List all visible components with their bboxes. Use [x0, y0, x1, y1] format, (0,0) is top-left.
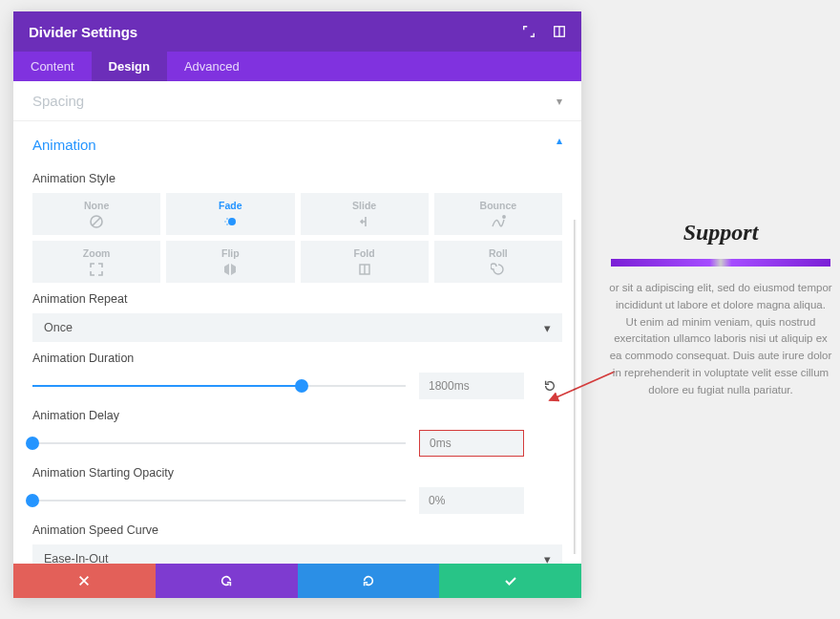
section-spacing[interactable]: Spacing ▾: [13, 81, 581, 121]
animation-style-grid: NoneFadeSlideBounceZoomFlipFoldRoll: [32, 193, 562, 283]
fade-icon: [222, 214, 238, 229]
roll-icon: [491, 262, 506, 277]
style-label: Bounce: [480, 200, 517, 211]
style-label: Slide: [352, 200, 376, 211]
fold-icon: [357, 262, 372, 277]
animation-delay-label: Animation Delay: [32, 409, 562, 422]
animation-curve-value: Ease-In-Out: [44, 552, 108, 564]
slider-thumb[interactable]: [26, 437, 39, 450]
style-label: Roll: [489, 247, 508, 259]
svg-point-4: [228, 218, 236, 225]
chevron-down-icon: ▾: [556, 95, 562, 108]
panel-header: Divider Settings: [13, 11, 581, 52]
delay-slider[interactable]: [32, 442, 406, 444]
animation-duration-label: Animation Duration: [32, 352, 562, 365]
section-animation-title: Animation: [13, 121, 116, 159]
tab-design[interactable]: Design: [92, 52, 167, 81]
svg-point-7: [226, 224, 228, 225]
style-tile-bounce[interactable]: Bounce: [434, 193, 562, 235]
slider-thumb[interactable]: [26, 494, 39, 507]
style-tile-slide[interactable]: Slide: [301, 193, 429, 235]
divider-preview: [611, 259, 830, 267]
panel-body: Spacing ▾ Animation ▴ Animation Style No…: [13, 81, 581, 564]
slide-icon: [357, 214, 372, 229]
panel-footer: [13, 564, 581, 598]
flip-icon: [222, 262, 238, 277]
svg-point-8: [503, 215, 505, 217]
reset-icon[interactable]: [537, 379, 562, 393]
tab-bar: Content Design Advanced: [13, 52, 581, 81]
chevron-down-icon: ▾: [544, 552, 551, 565]
style-label: Fade: [219, 200, 242, 211]
slider-thumb[interactable]: [295, 379, 308, 393]
tab-advanced[interactable]: Advanced: [167, 52, 257, 81]
svg-point-6: [224, 221, 226, 223]
animation-curve-label: Animation Speed Curve: [32, 523, 562, 537]
chevron-down-icon: ▾: [544, 321, 551, 335]
animation-repeat-value: Once: [44, 321, 73, 334]
style-label: Zoom: [83, 247, 111, 259]
zoom-icon: [89, 262, 104, 277]
style-label: None: [84, 200, 109, 211]
animation-repeat-label: Animation Repeat: [32, 292, 562, 306]
duration-slider[interactable]: [32, 385, 406, 387]
panel-snap-icon[interactable]: [553, 25, 566, 38]
chevron-up-icon: ▴: [556, 134, 562, 147]
page-shadow: [574, 220, 577, 554]
animation-repeat-select[interactable]: Once ▾: [32, 313, 562, 342]
redo-button[interactable]: [298, 564, 440, 598]
style-label: Flip: [221, 247, 240, 259]
duration-value[interactable]: 1800ms: [419, 373, 524, 399]
svg-point-5: [226, 218, 228, 220]
style-tile-roll[interactable]: Roll: [434, 241, 562, 283]
tab-content[interactable]: Content: [13, 52, 92, 81]
animation-style-label: Animation Style: [32, 172, 562, 185]
undo-button[interactable]: [156, 564, 298, 598]
preview-body: or sit a adipiscing elit, sed do eiusmod…: [607, 280, 834, 399]
settings-panel: Divider Settings Content Design Advanced…: [13, 11, 581, 598]
save-button[interactable]: [439, 564, 581, 598]
panel-title: Divider Settings: [29, 24, 137, 40]
opacity-slider[interactable]: [32, 500, 406, 502]
expand-icon[interactable]: [522, 25, 536, 38]
animation-opacity-label: Animation Starting Opacity: [32, 466, 562, 480]
style-tile-fade[interactable]: Fade: [166, 193, 294, 235]
none-icon: [89, 214, 104, 229]
animation-curve-select[interactable]: Ease-In-Out ▾: [32, 544, 562, 564]
style-tile-zoom[interactable]: Zoom: [32, 241, 160, 283]
opacity-value[interactable]: 0%: [419, 487, 524, 514]
delay-value[interactable]: 0ms: [419, 430, 524, 457]
cancel-button[interactable]: [13, 564, 156, 598]
bounce-icon: [491, 214, 506, 229]
section-animation[interactable]: Animation ▴: [13, 121, 581, 159]
section-spacing-title: Spacing: [32, 93, 84, 109]
page-preview: Support or sit a adipiscing elit, sed do…: [607, 220, 834, 399]
style-tile-fold[interactable]: Fold: [301, 241, 429, 283]
style-tile-flip[interactable]: Flip: [166, 241, 294, 283]
style-label: Fold: [354, 247, 375, 259]
svg-line-3: [93, 218, 100, 225]
style-tile-none[interactable]: None: [32, 193, 160, 235]
preview-heading: Support: [607, 220, 834, 245]
